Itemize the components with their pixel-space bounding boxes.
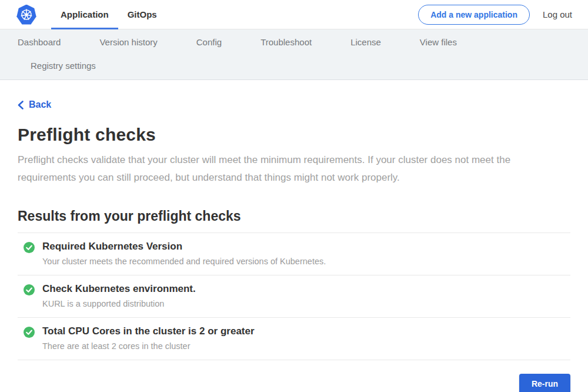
tab-application-label: Application xyxy=(61,9,109,19)
preflight-results-list: Required Kubernetes Version Your cluster… xyxy=(18,232,570,360)
check-text: Check Kubernetes environment. KURL is a … xyxy=(42,283,196,308)
subnav-row-2: Registry settings xyxy=(0,61,588,71)
subnav-item-registry-settings[interactable]: Registry settings xyxy=(31,61,96,71)
subnav-item-config[interactable]: Config xyxy=(196,37,222,47)
tab-gitops-label: GitOps xyxy=(128,9,157,19)
preflight-check-row: Required Kubernetes Version Your cluster… xyxy=(18,233,570,275)
top-navbar: Application GitOps Add a new application… xyxy=(0,0,588,29)
tab-gitops[interactable]: GitOps xyxy=(118,0,166,29)
success-check-icon xyxy=(24,327,35,338)
check-title: Total CPU Cores in the cluster is 2 or g… xyxy=(42,325,255,337)
check-message: KURL is a supported distribution xyxy=(42,299,196,308)
logout-link[interactable]: Log out xyxy=(543,9,572,19)
success-check-icon xyxy=(24,284,35,295)
chevron-left-icon xyxy=(18,101,24,109)
results-heading: Results from your preflight checks xyxy=(18,208,570,224)
subnav-item-troubleshoot[interactable]: Troubleshoot xyxy=(260,37,312,47)
tab-application[interactable]: Application xyxy=(51,0,118,29)
subnav-item-dashboard[interactable]: Dashboard xyxy=(18,37,61,47)
check-message: Your cluster meets the recommended and r… xyxy=(42,257,326,266)
page-description: Preflight checks validate that your clus… xyxy=(18,151,564,187)
header-right: Add a new application Log out xyxy=(418,5,572,25)
check-text: Required Kubernetes Version Your cluster… xyxy=(42,241,326,266)
back-link[interactable]: Back xyxy=(18,99,51,110)
page-title: Preflight checks xyxy=(18,125,570,145)
header-tabs: Application GitOps xyxy=(51,0,166,29)
preflight-check-row: Check Kubernetes environment. KURL is a … xyxy=(18,275,570,318)
check-text: Total CPU Cores in the cluster is 2 or g… xyxy=(42,325,255,351)
footer-actions: Re-run xyxy=(18,374,570,392)
kubernetes-logo-icon xyxy=(16,4,37,25)
subnav-row-1: Dashboard Version history Config Trouble… xyxy=(0,37,588,47)
subnav-item-license[interactable]: License xyxy=(350,37,381,47)
app-subnav: Dashboard Version history Config Trouble… xyxy=(0,29,588,80)
check-title: Check Kubernetes environment. xyxy=(42,283,196,295)
subnav-item-view-files[interactable]: View files xyxy=(420,37,457,47)
subnav-item-version-history[interactable]: Version history xyxy=(99,37,157,47)
add-new-application-button[interactable]: Add a new application xyxy=(418,5,530,25)
check-title: Required Kubernetes Version xyxy=(42,241,326,253)
rerun-button[interactable]: Re-run xyxy=(519,374,570,392)
back-link-label: Back xyxy=(29,99,51,110)
preflight-check-row: Total CPU Cores in the cluster is 2 or g… xyxy=(18,318,570,360)
main-content: Back Preflight checks Preflight checks v… xyxy=(0,80,588,392)
success-check-icon xyxy=(24,242,35,253)
check-message: There are at least 2 cores in the cluste… xyxy=(42,341,255,351)
